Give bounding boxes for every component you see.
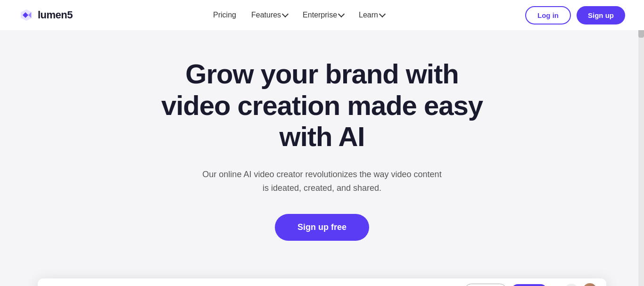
logo-icon	[19, 8, 34, 23]
chevron-down-icon	[282, 11, 289, 17]
app-preview-section: lumen5 ↺ ↻ PREVIEW Publish ⋮ 🔔	[0, 260, 644, 286]
nav-item-pricing[interactable]: Pricing	[213, 11, 236, 19]
undo-button[interactable]: ↺	[435, 284, 445, 286]
hero-section: Grow your brand with video creation made…	[0, 30, 644, 260]
nav-links: Pricing Features Enterprise Learn	[213, 11, 385, 19]
nav-buttons: Log in Sign up	[525, 6, 625, 25]
app-header: lumen5 ↺ ↻ PREVIEW Publish ⋮ 🔔	[38, 278, 606, 286]
nav-dropdown-features[interactable]: Features	[251, 11, 288, 19]
redo-button[interactable]: ↻	[450, 284, 460, 286]
nav-link-pricing[interactable]: Pricing	[213, 11, 236, 19]
chevron-down-icon-3	[379, 11, 386, 17]
notification-button[interactable]: 🔔	[565, 284, 578, 286]
hero-title: Grow your brand with video creation made…	[152, 58, 492, 153]
chevron-down-icon-2	[338, 11, 345, 17]
nav-item-learn[interactable]: Learn	[359, 11, 385, 19]
signup-nav-button[interactable]: Sign up	[577, 6, 625, 25]
app-header-actions: ↺ ↻ PREVIEW Publish ⋮ 🔔	[435, 283, 597, 286]
avatar[interactable]	[583, 283, 597, 286]
nav-dropdown-learn[interactable]: Learn	[359, 11, 385, 19]
hero-subtitle: Our online AI video creator revolutioniz…	[199, 168, 445, 195]
login-button[interactable]: Log in	[525, 6, 571, 25]
logo-text: lumen5	[38, 9, 73, 21]
nav-dropdown-enterprise[interactable]: Enterprise	[303, 11, 344, 19]
publish-button[interactable]: Publish	[512, 284, 547, 286]
nav-item-enterprise[interactable]: Enterprise	[303, 11, 344, 19]
preview-button[interactable]: PREVIEW	[464, 284, 507, 286]
navbar: lumen5 Pricing Features Enterprise Learn…	[0, 0, 644, 30]
scrollbar[interactable]	[638, 0, 644, 286]
app-window: lumen5 ↺ ↻ PREVIEW Publish ⋮ 🔔	[38, 278, 606, 286]
logo[interactable]: lumen5	[19, 8, 73, 23]
nav-item-features[interactable]: Features	[251, 11, 288, 19]
signup-hero-button[interactable]: Sign up free	[275, 214, 369, 241]
